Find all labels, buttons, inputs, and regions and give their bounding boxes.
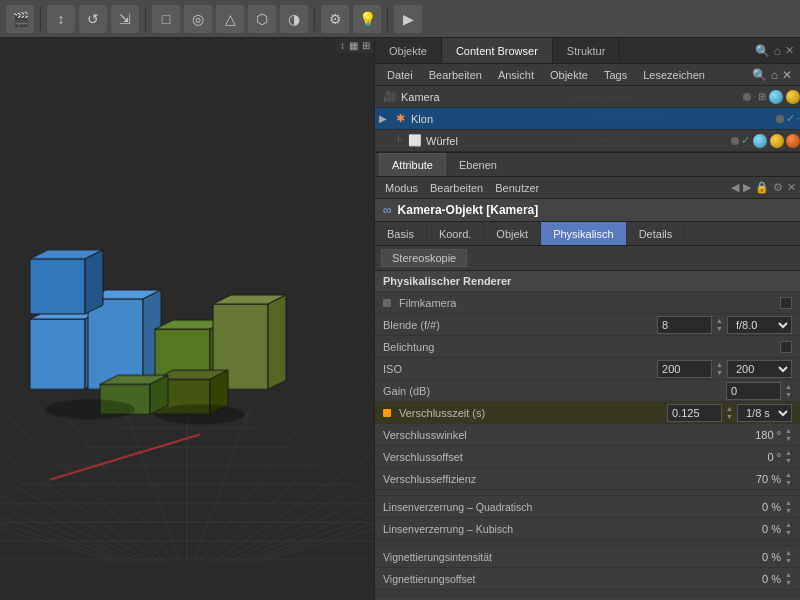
verschlusszeit-up[interactable]: ▲ xyxy=(726,405,733,413)
prop-chrom-ab[interactable]: Chromatische Aberration · · · · 0 % ▲ ▼ xyxy=(375,596,800,600)
linsen-kub-down[interactable]: ▼ xyxy=(785,529,792,537)
verschlusseffizienz-up[interactable]: ▲ xyxy=(785,471,792,479)
viewport-icon-3[interactable]: ⊞ xyxy=(362,40,370,51)
toolbar-icon-scale[interactable]: ⇲ xyxy=(111,5,139,33)
verschlusszeit-input[interactable] xyxy=(667,404,722,422)
linsen-kub-up[interactable]: ▲ xyxy=(785,521,792,529)
tab-objekt[interactable]: Objekt xyxy=(484,222,541,245)
attr-benutzer[interactable]: Benutzer xyxy=(489,182,545,194)
menu-ansicht[interactable]: Ansicht xyxy=(490,64,542,85)
prop-gain[interactable]: Gain (dB) · · · · · · · · · · · ▲ ▼ xyxy=(375,380,800,402)
klon-expand[interactable]: ▶ xyxy=(379,113,387,124)
toolbar-icon-obj1[interactable]: □ xyxy=(152,5,180,33)
attr-icon-lock[interactable]: 🔒 xyxy=(755,181,769,194)
prop-vignett-off[interactable]: Vignettierungsoffset · · · · · · 0 % ▲ ▼ xyxy=(375,568,800,590)
tab-attribute[interactable]: Attribute xyxy=(379,153,446,176)
tab-physikalisch[interactable]: Physikalisch xyxy=(541,222,627,245)
menu-icon-search[interactable]: 🔍 xyxy=(752,68,767,82)
tab-stereoskopie[interactable]: Stereoskopie xyxy=(381,249,467,267)
blende-dropdown[interactable]: f/8.0 xyxy=(727,316,792,334)
toolbar-icon-obj2[interactable]: ◎ xyxy=(184,5,212,33)
prop-verschlusseffizienz[interactable]: Verschlusseffizienz · · · · · · · 70 % ▲… xyxy=(375,468,800,490)
blende-input[interactable] xyxy=(657,316,712,334)
object-wurfel[interactable]: └ ⬜ Würfel · · · · · · · · · · · · · · ✓ xyxy=(375,130,800,152)
menu-icon-close[interactable]: ✕ xyxy=(782,68,792,82)
verschlusszeit-dropdown[interactable]: 1/8 s xyxy=(737,404,792,422)
prop-iso[interactable]: ISO · · · · · · · · · · · · · ▲ ▼ 200 xyxy=(375,358,800,380)
prop-linsen-kub[interactable]: Linsenverzerrung – Kubisch · · 0 % ▲ ▼ xyxy=(375,518,800,540)
gain-down[interactable]: ▼ xyxy=(785,391,792,399)
menu-bearbeiten[interactable]: Bearbeiten xyxy=(421,64,490,85)
prop-iso-label: ISO xyxy=(383,363,573,375)
blende-down[interactable]: ▼ xyxy=(716,325,723,333)
toolbar-icon-obj5[interactable]: ◑ xyxy=(280,5,308,33)
prop-vignett-int[interactable]: Vignettierungsintensität · · · · 0 % ▲ ▼ xyxy=(375,546,800,568)
filmkamera-checkbox[interactable] xyxy=(780,297,792,309)
tab-objekte[interactable]: Objekte xyxy=(375,38,442,63)
menu-lesezeichen[interactable]: Lesezeichen xyxy=(635,64,713,85)
iso-input[interactable] xyxy=(657,360,712,378)
vignett-off-down[interactable]: ▼ xyxy=(785,579,792,587)
tab-struktur[interactable]: Struktur xyxy=(553,38,621,63)
object-klon[interactable]: ▶ ✱ Klon · · · · · · · · · · · · · · · ✓… xyxy=(375,108,800,130)
object-kamera[interactable]: 🎥 Kamera · · · · · · · · · · · · · · · ⊞ xyxy=(375,86,800,108)
panel-home-icon[interactable]: ⌂ xyxy=(774,44,781,58)
toolbar-icon-obj4[interactable]: ⬡ xyxy=(248,5,276,33)
menu-objekte[interactable]: Objekte xyxy=(542,64,596,85)
vignett-off-up[interactable]: ▲ xyxy=(785,571,792,579)
prop-verschlusswinkel[interactable]: Verschlusswinkel · · · · · · · 180 ° ▲ ▼ xyxy=(375,424,800,446)
viewport-icon-1[interactable]: ↕ xyxy=(340,40,345,51)
gain-up[interactable]: ▲ xyxy=(785,383,792,391)
toolbar-icon-obj3[interactable]: △ xyxy=(216,5,244,33)
menu-tags[interactable]: Tags xyxy=(596,64,635,85)
verschlussoffset-up[interactable]: ▲ xyxy=(785,449,792,457)
vignett-int-up[interactable]: ▲ xyxy=(785,549,792,557)
verschlusswinkel-down[interactable]: ▼ xyxy=(785,435,792,443)
prop-verschlussoffset[interactable]: Verschlussoffset · · · · · · · · 0 ° ▲ ▼ xyxy=(375,446,800,468)
viewport-3d[interactable]: ↕ ▦ ⊞ xyxy=(0,38,374,600)
attr-icon-close[interactable]: ✕ xyxy=(787,181,796,194)
prop-verschlusszeit[interactable]: Verschlusszeit (s) · · · · · · · ▲ ▼ 1/8… xyxy=(375,402,800,424)
tab-koord[interactable]: Koord. xyxy=(427,222,484,245)
attr-icon-settings[interactable]: ⚙ xyxy=(773,181,783,194)
tab-basis[interactable]: Basis xyxy=(375,222,427,245)
iso-down[interactable]: ▼ xyxy=(716,369,723,377)
attr-bearbeiten[interactable]: Bearbeiten xyxy=(424,182,489,194)
prop-linsen-quad[interactable]: Linsenverzerrung – Quadratisch · 0 % ▲ ▼ xyxy=(375,496,800,518)
verschlusseffizienz-down[interactable]: ▼ xyxy=(785,479,792,487)
prop-blende[interactable]: Blende (f/#) · · · · · · · · · · ▲ ▼ f/8… xyxy=(375,314,800,336)
viewport-icon-2[interactable]: ▦ xyxy=(349,40,358,51)
blende-up[interactable]: ▲ xyxy=(716,317,723,325)
linsen-quad-up[interactable]: ▲ xyxy=(785,499,792,507)
verschlusswinkel-up[interactable]: ▲ xyxy=(785,427,792,435)
wurfel-icon: ⬜ xyxy=(407,133,423,149)
panel-search-icon[interactable]: 🔍 xyxy=(755,44,770,58)
attr-modus[interactable]: Modus xyxy=(379,182,424,194)
vignett-int-down[interactable]: ▼ xyxy=(785,557,792,565)
menu-icon-home[interactable]: ⌂ xyxy=(771,68,778,82)
panel-close-icon[interactable]: ✕ xyxy=(785,44,794,57)
belichtung-checkbox[interactable] xyxy=(780,341,792,353)
tab-content-browser[interactable]: Content Browser xyxy=(442,38,553,63)
toolbar-icon-render[interactable]: ⚙ xyxy=(321,5,349,33)
prop-iso-value: ▲ ▼ 200 xyxy=(657,360,792,378)
attr-icon-left[interactable]: ◀ xyxy=(731,181,739,194)
toolbar-icon-move[interactable]: ↕ xyxy=(47,5,75,33)
attr-icon-right[interactable]: ▶ xyxy=(743,181,751,194)
prop-filmkamera[interactable]: Filmkamera · · · · · · · · · · · xyxy=(375,292,800,314)
tab-details[interactable]: Details xyxy=(627,222,686,245)
verschlussoffset-down[interactable]: ▼ xyxy=(785,457,792,465)
verschlusszeit-down[interactable]: ▼ xyxy=(726,413,733,421)
toolbar-icon-playback[interactable]: ▶ xyxy=(394,5,422,33)
iso-up[interactable]: ▲ xyxy=(716,361,723,369)
toolbar-icon-light[interactable]: 💡 xyxy=(353,5,381,33)
iso-dropdown[interactable]: 200 xyxy=(727,360,792,378)
prop-linsen-kub-label: Linsenverzerrung – Kubisch xyxy=(383,523,593,535)
toolbar-icon-rotate[interactable]: ↺ xyxy=(79,5,107,33)
tab-ebenen[interactable]: Ebenen xyxy=(446,153,510,176)
gain-input[interactable] xyxy=(726,382,781,400)
menu-datei[interactable]: Datei xyxy=(379,64,421,85)
prop-belichtung[interactable]: Belichtung · · · · · · · · · · · xyxy=(375,336,800,358)
linsen-quad-down[interactable]: ▼ xyxy=(785,507,792,515)
toolbar-icon-film[interactable]: 🎬 xyxy=(6,5,34,33)
